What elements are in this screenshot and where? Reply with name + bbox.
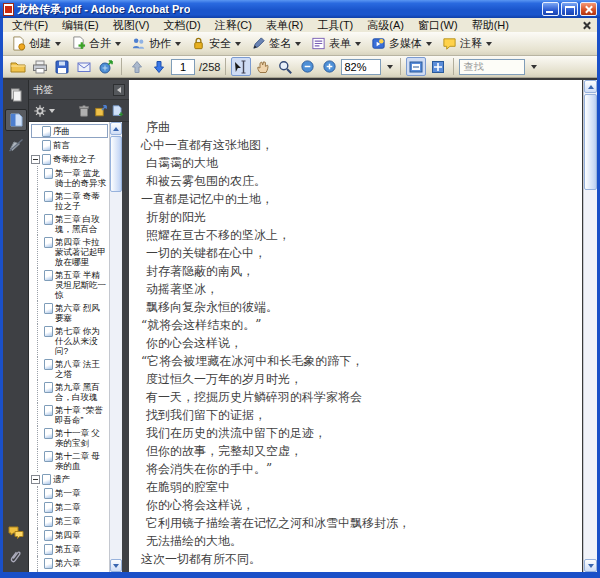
collapse-panel-button[interactable] <box>113 84 125 96</box>
signatures-panel-button[interactable] <box>5 134 27 156</box>
bookmark-item[interactable]: 第五章 <box>44 542 108 556</box>
previous-page-button[interactable] <box>127 57 147 76</box>
sign-button[interactable]: 签名 <box>247 34 305 53</box>
open-icon <box>10 59 26 75</box>
find-input[interactable] <box>459 59 525 75</box>
bookmark-item[interactable]: 第四章 卡拉蒙试著记起甲放在哪里 <box>44 235 108 268</box>
collaborate-label: 协作 <box>149 36 171 51</box>
menu-item-file[interactable]: 文件(F) <box>5 18 55 32</box>
create-label: 创建 <box>29 36 51 51</box>
bookmark-item[interactable]: 序曲 <box>31 124 108 138</box>
email-button[interactable] <box>74 57 94 76</box>
bookmark-item[interactable]: 第十二章 母亲的血 <box>44 449 108 472</box>
scroll-down-button[interactable] <box>584 559 597 572</box>
multimedia-button[interactable]: 多媒体 <box>367 34 436 53</box>
zoom-level-input[interactable] <box>341 59 381 75</box>
email-icon <box>76 59 92 75</box>
bookmark-item[interactable]: 第十一章 父亲的宝剑 <box>44 426 108 449</box>
bookmark-item[interactable]: 第六章 烈风要塞 <box>44 301 108 324</box>
select-tool-button[interactable] <box>231 57 251 76</box>
delete-button[interactable] <box>77 104 91 118</box>
create-button[interactable]: 创建 <box>7 34 65 53</box>
comment-button[interactable]: 注释 <box>438 34 496 53</box>
bookmarks-panel-button[interactable] <box>5 109 27 131</box>
bookmark-item[interactable]: 第一章 蓝龙骑士的奇异求 <box>44 166 108 189</box>
bookmark-item[interactable]: 第七章 <box>44 570 108 572</box>
minimize-button[interactable] <box>542 2 559 16</box>
attachments-panel-button[interactable] <box>5 546 27 568</box>
document-text-line: 将会消失在你的手中。” <box>141 460 582 478</box>
collaborate-button[interactable]: 协作 <box>127 34 185 53</box>
zoom-marquee-tool-button[interactable] <box>275 57 295 76</box>
new-bookmark-button[interactable] <box>111 104 125 118</box>
bookmark-item[interactable]: 第十章 “荣誉即吾命” <box>44 403 108 426</box>
bookmark-item[interactable]: 第九章 黑百合，白玫瑰 <box>44 380 108 403</box>
open-button[interactable] <box>8 57 28 76</box>
pdf-page[interactable]: 序曲心中一直都有这张地图，白霭霭的大地和被云雾包围的农庄。一直都是记忆中的土地，… <box>129 80 583 572</box>
next-page-button[interactable] <box>149 57 169 76</box>
menu-item-tools[interactable]: 工具(T) <box>310 18 360 32</box>
scrollbar-thumb[interactable] <box>110 136 122 192</box>
options-button[interactable] <box>33 104 55 118</box>
page-number-input[interactable] <box>171 59 195 75</box>
menu-item-edit[interactable]: 编辑(E) <box>55 18 106 32</box>
bookmark-item[interactable]: 奇蒂拉之子 <box>31 152 108 166</box>
toolbar-separator <box>225 58 226 75</box>
hand-tool-button[interactable] <box>253 57 273 76</box>
menu-item-forms[interactable]: 表单(R) <box>259 18 310 32</box>
close-document-icon[interactable] <box>581 19 593 31</box>
save-button[interactable] <box>52 57 72 76</box>
pages-panel-button[interactable] <box>5 84 27 106</box>
bookmark-item[interactable]: 第八章 法王之塔 <box>44 357 108 380</box>
bookmark-page-icon <box>44 326 53 337</box>
bookmark-page-icon <box>42 140 51 151</box>
bookmark-item[interactable]: 第二章 奇蒂拉之子 <box>44 189 108 212</box>
menu-item-comments[interactable]: 注释(C) <box>208 18 259 32</box>
secure-button[interactable]: 安全 <box>187 34 245 53</box>
scrollbar-thumb[interactable] <box>584 94 597 190</box>
print-button[interactable] <box>30 57 50 76</box>
bookmarks-scrollbar[interactable] <box>109 122 122 572</box>
bookmark-item[interactable]: 第二章 <box>44 500 108 514</box>
comments-panel-button[interactable] <box>5 521 27 543</box>
bookmark-page-icon <box>42 126 51 137</box>
close-button[interactable] <box>580 2 597 16</box>
menu-item-view[interactable]: 视图(V) <box>106 18 157 32</box>
scroll-up-button[interactable] <box>110 122 122 135</box>
scroll-down-button[interactable] <box>110 559 122 572</box>
upload-button[interactable] <box>96 57 116 76</box>
bookmark-item[interactable]: 第三章 白玫瑰，黑百合 <box>44 212 108 235</box>
bookmark-item[interactable]: 第一章 <box>44 486 108 500</box>
bookmark-item[interactable]: 第六章 <box>44 556 108 570</box>
find-dropdown-arrow[interactable] <box>527 59 539 75</box>
bookmark-item[interactable]: 遗产 <box>31 472 108 486</box>
menu-item-advanced[interactable]: 高级(A) <box>360 18 411 32</box>
bookmark-item[interactable]: 第四章 <box>44 528 108 542</box>
menu-item-help[interactable]: 帮助(H) <box>465 18 516 32</box>
document-text-line: 无法描绘的大地。 <box>141 532 582 550</box>
menu-item-document[interactable]: 文档(D) <box>156 18 207 32</box>
zoom-in-button[interactable] <box>319 57 339 76</box>
combine-button[interactable]: 合并 <box>67 34 125 53</box>
zoom-dropdown-arrow[interactable] <box>383 59 395 75</box>
scroll-up-button[interactable] <box>584 80 597 93</box>
fit-width-button[interactable] <box>406 57 426 76</box>
forms-button[interactable]: 表单 <box>307 34 365 53</box>
chevron-down-icon <box>175 42 181 46</box>
sign-icon <box>251 36 266 51</box>
menu-item-window[interactable]: 窗口(W) <box>411 18 465 32</box>
collapse-minus-icon[interactable] <box>31 155 40 164</box>
collapse-minus-icon[interactable] <box>31 475 40 484</box>
bookmark-item[interactable]: 第五章 半精灵坦尼斯吃一惊 <box>44 268 108 301</box>
document-scrollbar[interactable] <box>583 80 597 572</box>
bookmark-item[interactable]: 第三章 <box>44 514 108 528</box>
bookmark-item[interactable]: 前言 <box>31 138 108 152</box>
fit-page-button[interactable] <box>428 57 448 76</box>
bookmark-page-icon <box>44 382 53 393</box>
panel-splitter[interactable] <box>122 122 129 572</box>
maximize-button[interactable] <box>561 2 578 16</box>
zoom-in-icon <box>322 59 337 74</box>
bookmark-item[interactable]: 第七章 你为什么从来没问? <box>44 324 108 357</box>
zoom-out-button[interactable] <box>297 57 317 76</box>
expand-current-button[interactable] <box>94 104 108 118</box>
